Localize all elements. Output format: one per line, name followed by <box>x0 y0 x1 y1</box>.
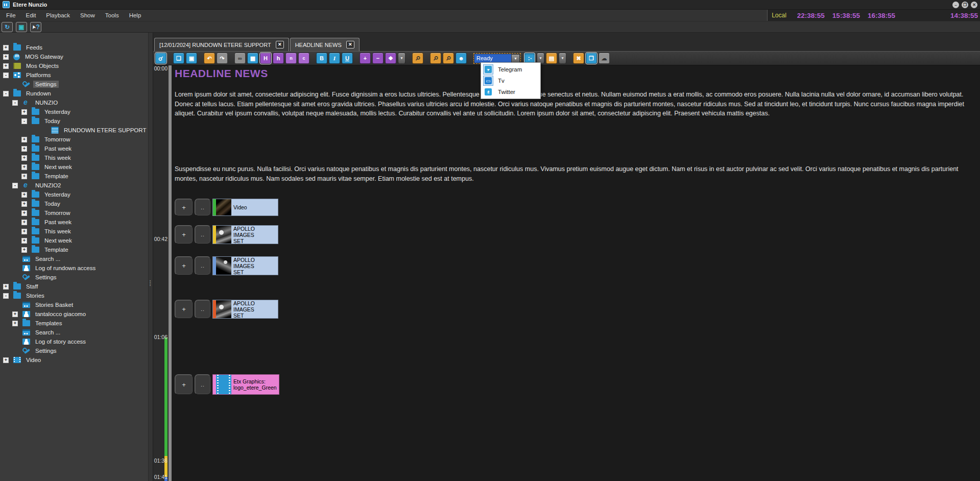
sidebar-splitter[interactable] <box>148 33 153 481</box>
tab-rundown-etere-support[interactable]: [12/01/2024] RUNDOWN ETERE SUPPORT ✕ <box>154 38 289 51</box>
sidebar-item-nunzio2-this-week[interactable]: + This week <box>0 227 148 236</box>
menu-show[interactable]: Show <box>75 12 100 18</box>
pin-button[interactable]: ⚲ <box>155 53 166 64</box>
block-body[interactable]: Etx Graphics: logo_etere_Green <box>212 374 279 395</box>
assign-user-button[interactable]: ☻ <box>456 53 467 64</box>
share-menu-item-telegram[interactable]: ➤ Telegram <box>482 64 539 75</box>
panel-button[interactable]: ❐ <box>586 53 597 64</box>
sep[interactable] <box>229 53 233 63</box>
expand-toggle[interactable]: + <box>21 192 27 198</box>
sidebar-item-stories-basket[interactable]: Stories Basket <box>0 300 148 309</box>
sidebar-item-mos-objects[interactable]: + Mos Objects <box>0 61 148 70</box>
shapes-dropdown-arrow[interactable]: ▾ <box>398 53 405 64</box>
story-paragraph-2[interactable]: Suspendisse eu nunc purus. Nulla facilis… <box>175 164 969 183</box>
expand-toggle[interactable]: - <box>12 100 18 106</box>
sidebar-item-nunzio2-past-week[interactable]: + Past week <box>0 218 148 227</box>
block-body[interactable]: Video <box>212 199 278 216</box>
expand-toggle[interactable]: + <box>21 146 27 152</box>
sidebar-item-nunzio-this-week[interactable]: + This week <box>0 153 148 162</box>
expand-toggle[interactable]: + <box>21 174 27 179</box>
close-button[interactable]: ✕ <box>971 2 977 8</box>
sep[interactable] <box>311 53 315 63</box>
expand-toggle[interactable]: + <box>3 63 9 69</box>
block-add-button[interactable]: + <box>175 300 193 319</box>
expand-toggle[interactable]: + <box>21 155 27 161</box>
heading1-button[interactable]: H <box>260 53 271 64</box>
tab-close-icon[interactable]: ✕ <box>346 41 354 49</box>
search-button[interactable]: ⚲ <box>412 53 423 64</box>
story-status-select[interactable]: Ready ▾ <box>474 54 520 63</box>
minimize-button[interactable]: – <box>952 2 959 8</box>
sidebar-item-nunzio-next-week[interactable]: + Next week <box>0 162 148 172</box>
sidebar-item-nunzio-tomorrow[interactable]: + Tomorrow <box>0 135 148 144</box>
sep[interactable] <box>425 53 428 63</box>
sidebar-item-stories-settings[interactable]: Settings <box>0 346 148 355</box>
sidebar-item-nunzio2-today[interactable]: + Today <box>0 199 148 208</box>
normal-text-button[interactable]: n <box>285 53 297 64</box>
sidebar-item-nunzio-yesterday[interactable]: + Yesterday <box>0 107 148 116</box>
context-help-button[interactable]: ? <box>30 22 41 32</box>
sidebar-item-nunzio-past-week[interactable]: + Past week <box>0 144 148 153</box>
block-add-button[interactable]: + <box>175 374 193 395</box>
sidebar-item-nunzio2-next-week[interactable]: + Next week <box>0 236 148 245</box>
block-options-button[interactable]: .. <box>195 300 211 319</box>
shapes-button[interactable]: ❖ <box>385 53 396 64</box>
print-button[interactable]: ▤ <box>546 53 557 64</box>
sidebar-item-rundown-search[interactable]: Search ... <box>0 254 148 263</box>
expand-toggle[interactable]: + <box>21 109 27 115</box>
share-menu-item-tv[interactable]: ▭ Tv <box>482 75 539 86</box>
block-add-button[interactable]: + <box>175 199 193 216</box>
sep[interactable] <box>168 53 172 63</box>
share-menu-item-twitter[interactable]: ❧ Twitter <box>482 86 539 98</box>
sidebar-item-nunzio-today[interactable]: - Today <box>0 116 148 126</box>
sidebar-item-nunzio-template[interactable]: + Template <box>0 172 148 181</box>
expand-toggle[interactable]: - <box>12 183 18 188</box>
sidebar-item-mos-gateway[interactable]: + MOS Gateway <box>0 52 148 61</box>
block-body[interactable]: APOLLO IMAGES SET <box>212 225 278 244</box>
italic-button[interactable]: I <box>329 53 340 64</box>
underline-button[interactable]: U <box>342 53 353 64</box>
menu-tools[interactable]: Tools <box>100 12 124 18</box>
expand-toggle[interactable]: + <box>21 137 27 142</box>
restore-button[interactable]: ❐ <box>962 2 968 8</box>
sep[interactable] <box>199 53 202 63</box>
sidebar-item-rundown-settings[interactable]: Settings <box>0 273 148 282</box>
sidebar-item-nunzio[interactable]: - NUNZIO <box>0 98 148 107</box>
expand-toggle[interactable]: + <box>3 357 9 363</box>
decrease-button[interactable]: − <box>372 53 384 64</box>
sidebar-item-platform-settings[interactable]: Settings <box>0 80 148 89</box>
delete-button[interactable]: ✖ <box>573 53 584 64</box>
sidebar-item-tantalocco-giacomo[interactable]: + tantalocco giacomo <box>0 309 148 319</box>
expand-toggle[interactable]: + <box>12 321 18 326</box>
refresh-button[interactable]: ↻ <box>2 22 13 32</box>
sidebar-item-templates[interactable]: + Templates <box>0 319 148 328</box>
sidebar-item-feeds[interactable]: + Feeds <box>0 43 148 52</box>
new-story-button[interactable]: ❏ <box>173 53 184 64</box>
expand-toggle[interactable]: + <box>21 247 27 253</box>
block-add-button[interactable]: + <box>175 225 193 244</box>
expand-toggle[interactable]: + <box>3 45 9 51</box>
link-button[interactable]: ∞ <box>234 53 246 64</box>
bold-button[interactable]: B <box>316 53 327 64</box>
sidebar-item-nunzio2-template[interactable]: + Template <box>0 245 148 254</box>
expand-toggle[interactable]: + <box>21 220 27 225</box>
search-staff-button[interactable]: ⚲ <box>430 53 441 64</box>
save-button[interactable]: ▣ <box>186 53 197 64</box>
sidebar-item-staff[interactable]: + Staff <box>0 282 148 291</box>
sidebar-item-video[interactable]: + Video <box>0 355 148 365</box>
menu-help[interactable]: Help <box>124 12 147 18</box>
tab-headline-news[interactable]: HEADLINE NEWS ✕ <box>290 38 360 51</box>
story-paragraph-1[interactable]: Lorem ipsum dolor sit amet, consectetur … <box>175 90 969 118</box>
block-options-button[interactable]: .. <box>195 256 211 275</box>
expand-toggle[interactable]: - <box>21 118 27 124</box>
undo-button[interactable]: ↶ <box>204 53 215 64</box>
ghost-writer-button[interactable]: ☁ <box>599 53 610 64</box>
sidebar-item-nunzio2-yesterday[interactable]: + Yesterday <box>0 190 148 199</box>
expand-toggle[interactable]: - <box>3 293 9 299</box>
sep[interactable] <box>568 53 571 63</box>
tab-close-icon[interactable]: ✕ <box>276 41 284 49</box>
caption-button[interactable]: c <box>298 53 309 64</box>
status-dropdown-arrow-icon[interactable]: ▾ <box>511 54 520 63</box>
insert-video-button[interactable]: ▦ <box>247 53 258 64</box>
sep[interactable] <box>407 53 411 63</box>
